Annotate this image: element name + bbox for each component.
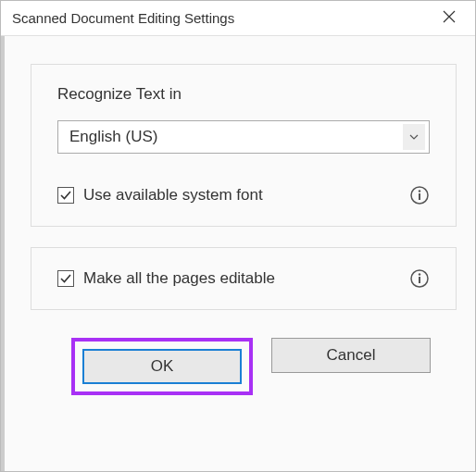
close-button[interactable] <box>431 5 468 32</box>
dialog-title: Scanned Document Editing Settings <box>12 10 234 26</box>
editable-pages-row: Make all the pages editable <box>57 268 430 289</box>
settings-dialog: Scanned Document Editing Settings Recogn… <box>0 0 476 472</box>
titlebar: Scanned Document Editing Settings <box>1 1 475 36</box>
svg-rect-2 <box>419 193 420 200</box>
editable-pages-panel: Make all the pages editable <box>31 247 457 310</box>
ok-button[interactable]: OK <box>82 349 242 384</box>
language-dropdown[interactable]: English (US) <box>57 120 430 154</box>
system-font-row: Use available system font <box>57 185 430 205</box>
system-font-checkbox[interactable] <box>57 187 74 204</box>
chevron-down-icon <box>403 124 425 150</box>
recognize-text-label: Recognize Text in <box>57 85 430 104</box>
ok-highlight: OK <box>71 338 253 395</box>
svg-rect-5 <box>419 277 420 283</box>
system-font-label: Use available system font <box>83 186 263 205</box>
editable-pages-left: Make all the pages editable <box>57 269 275 288</box>
close-icon <box>443 10 456 27</box>
editable-pages-checkbox[interactable] <box>57 270 74 287</box>
editable-pages-label: Make all the pages editable <box>83 269 275 288</box>
language-dropdown-value: English (US) <box>69 128 157 146</box>
recognize-text-panel: Recognize Text in English (US) Use avail… <box>31 64 457 227</box>
dialog-content: Recognize Text in English (US) Use avail… <box>1 36 475 471</box>
svg-point-1 <box>419 190 420 192</box>
info-icon[interactable] <box>409 268 430 289</box>
info-icon[interactable] <box>409 185 430 205</box>
button-row: OK Cancel <box>31 330 457 414</box>
cancel-button[interactable]: Cancel <box>271 338 431 373</box>
system-font-left: Use available system font <box>57 186 263 205</box>
svg-point-4 <box>419 273 420 275</box>
